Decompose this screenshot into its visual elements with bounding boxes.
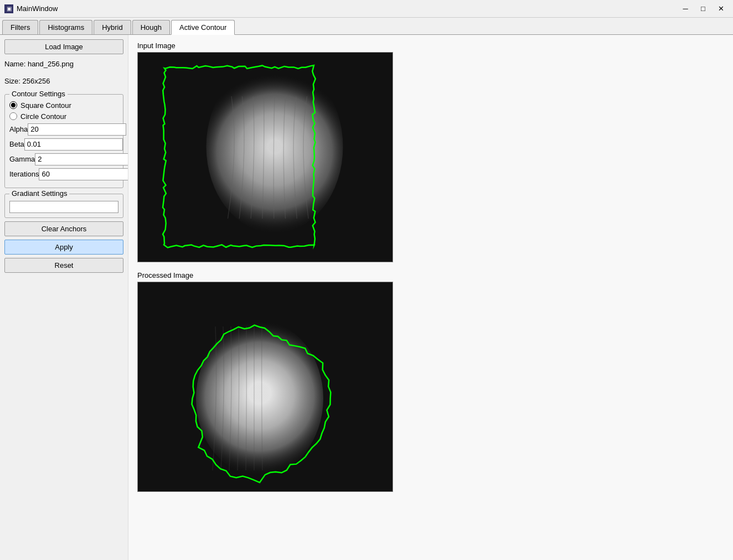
processed-image-label: Processed Image	[137, 271, 724, 279]
window-title: MainWindow	[17, 4, 678, 13]
tab-bar: Filters Histograms Hybrid Hough Active C…	[0, 18, 733, 35]
gamma-input[interactable]	[35, 153, 128, 165]
input-image-section: Input Image	[137, 42, 724, 262]
iterations-input[interactable]	[39, 168, 128, 180]
file-name: Name: hand_256.png	[4, 58, 123, 71]
square-contour-label[interactable]: Square Contour	[20, 101, 71, 110]
tab-hybrid[interactable]: Hybrid	[94, 20, 131, 34]
tab-filters[interactable]: Filters	[2, 20, 38, 34]
tab-hough[interactable]: Hough	[132, 20, 170, 34]
beta-row: Beta	[9, 138, 118, 151]
main-container: Load Image Name: hand_256.png Size: 256x…	[0, 35, 733, 560]
content-area: Input Image Processed Image	[128, 35, 733, 560]
input-image-label: Input Image	[137, 42, 724, 50]
square-contour-radio[interactable]	[9, 101, 17, 109]
gamma-row: Gamma	[9, 153, 118, 165]
tab-histograms[interactable]: Histograms	[39, 20, 92, 34]
file-size: Size: 256x256	[4, 75, 123, 89]
window-controls: ─ □ ✕	[678, 3, 729, 15]
sidebar: Load Image Name: hand_256.png Size: 256x…	[0, 35, 128, 560]
contour-settings-group: Contour Settings Square Contour Circle C…	[4, 94, 123, 188]
gamma-label: Gamma	[9, 155, 35, 163]
beta-label: Beta	[9, 140, 24, 148]
iterations-label: Iterations	[9, 170, 39, 178]
apply-button[interactable]: Apply	[4, 240, 123, 255]
title-bar: ▣ MainWindow ─ □ ✕	[0, 0, 733, 18]
close-button[interactable]: ✕	[713, 3, 729, 15]
beta-input[interactable]	[24, 138, 123, 151]
processed-image-section: Processed Image	[137, 271, 724, 492]
reset-button[interactable]: Reset	[4, 258, 123, 273]
processed-image-container[interactable]	[137, 282, 393, 492]
minimize-button[interactable]: ─	[678, 3, 693, 15]
app-icon: ▣	[4, 4, 13, 13]
alpha-input[interactable]	[28, 123, 126, 136]
circle-contour-row: Circle Contour	[9, 112, 118, 121]
gradient-settings-label: Gradiant Settings	[9, 189, 69, 198]
square-contour-row: Square Contour	[9, 101, 118, 110]
alpha-row: Alpha	[9, 123, 118, 136]
circle-contour-radio[interactable]	[9, 112, 17, 120]
maximize-button[interactable]: □	[695, 3, 711, 15]
clear-anchors-button[interactable]: Clear Anchors	[4, 221, 123, 236]
circle-contour-label[interactable]: Circle Contour	[20, 112, 66, 121]
processed-image-canvas	[138, 282, 393, 491]
contour-settings-label: Contour Settings	[9, 90, 68, 98]
gradient-input[interactable]	[9, 201, 118, 213]
tab-active-contour[interactable]: Active Contour	[171, 20, 235, 35]
input-image-container[interactable]	[137, 52, 393, 262]
gradient-settings-group: Gradiant Settings	[4, 194, 123, 218]
load-image-button[interactable]: Load Image	[4, 39, 123, 54]
iterations-row: Iterations	[9, 168, 118, 180]
input-image-canvas	[138, 53, 393, 262]
alpha-label: Alpha	[9, 125, 28, 133]
